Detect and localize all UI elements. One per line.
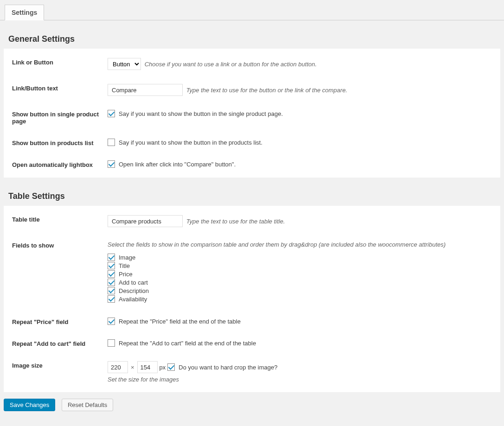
text-show-single: Say if you want to show the button in th… bbox=[119, 110, 283, 117]
reset-button[interactable]: Reset Defaults bbox=[62, 399, 113, 411]
field-label: Title bbox=[119, 262, 130, 269]
field-label: Availability bbox=[119, 296, 147, 303]
label-link-button-text: Link/Button text bbox=[12, 84, 108, 92]
size-sep: × bbox=[131, 364, 134, 371]
text-repeat-cart: Repeat the "Add to cart" field at the en… bbox=[119, 340, 256, 347]
label-table-title: Table title bbox=[12, 215, 108, 223]
desc-table-title: Type the text to use for the table title… bbox=[186, 218, 285, 225]
save-button[interactable]: Save Changes bbox=[4, 399, 55, 411]
checkbox-show-single[interactable] bbox=[108, 110, 115, 117]
checkbox-field-description[interactable] bbox=[108, 287, 115, 294]
desc-image-size: Set the size for the images bbox=[108, 376, 492, 383]
checkbox-field-availability[interactable] bbox=[108, 295, 115, 303]
field-item[interactable]: Title bbox=[108, 262, 492, 269]
field-item[interactable]: Description bbox=[108, 287, 492, 294]
label-fields-to-show: Fields to show bbox=[12, 241, 108, 249]
field-label: Image bbox=[119, 254, 135, 261]
label-repeat-price: Repeat "Price" field bbox=[12, 318, 108, 325]
label-link-or-button: Link or Button bbox=[12, 58, 108, 66]
section-title-general: General Settings bbox=[0, 20, 504, 49]
field-item[interactable]: Availability bbox=[108, 295, 492, 303]
fields-list: Image Title Price Add to cart bbox=[108, 254, 492, 303]
input-image-height[interactable] bbox=[137, 361, 158, 373]
text-hard-crop: Do you want to hard crop the image? bbox=[179, 364, 277, 371]
field-label: Add to cart bbox=[119, 279, 148, 286]
section-general: Link or Button Button Choose if you want… bbox=[4, 49, 500, 178]
label-show-single: Show button in single product page bbox=[12, 110, 108, 125]
field-label: Price bbox=[119, 271, 133, 278]
label-repeat-cart: Repeat "Add to cart" field bbox=[12, 339, 108, 347]
field-item[interactable]: Image bbox=[108, 254, 492, 261]
input-link-button-text[interactable] bbox=[108, 84, 183, 96]
label-show-list: Show button in products list bbox=[12, 139, 108, 146]
checkbox-field-title[interactable] bbox=[108, 262, 115, 269]
checkbox-field-add-to-cart[interactable] bbox=[108, 279, 115, 286]
px-label: px bbox=[159, 364, 166, 371]
field-item[interactable]: Add to cart bbox=[108, 279, 492, 286]
field-label: Description bbox=[119, 287, 149, 294]
label-open-lightbox: Open automatically lightbox bbox=[12, 160, 108, 168]
select-link-or-button[interactable]: Button bbox=[108, 58, 141, 70]
label-image-size: Image size bbox=[12, 361, 108, 369]
input-table-title[interactable] bbox=[108, 215, 183, 227]
tab-bar: Settings bbox=[0, 0, 504, 20]
field-item[interactable]: Price bbox=[108, 270, 492, 278]
checkbox-repeat-cart[interactable] bbox=[108, 339, 115, 347]
checkbox-show-list[interactable] bbox=[108, 139, 115, 146]
desc-link-or-button: Choose if you want to use a link or a bu… bbox=[145, 61, 317, 68]
text-show-list: Say if you want to show the button in th… bbox=[119, 139, 262, 146]
checkbox-repeat-price[interactable] bbox=[108, 318, 115, 325]
tab-settings[interactable]: Settings bbox=[5, 5, 44, 20]
desc-fields-to-show: Select the fields to show in the compari… bbox=[108, 241, 492, 248]
text-repeat-price: Repeat the "Price" field at the end of t… bbox=[119, 318, 241, 325]
section-title-table: Table Settings bbox=[0, 178, 504, 206]
checkbox-field-price[interactable] bbox=[108, 270, 115, 278]
submit-row: Save Changes Reset Defaults bbox=[0, 392, 504, 418]
checkbox-field-image[interactable] bbox=[108, 254, 115, 261]
desc-link-button-text: Type the text to use for the button or t… bbox=[186, 87, 347, 94]
checkbox-open-lightbox[interactable] bbox=[108, 160, 115, 168]
input-image-width[interactable] bbox=[108, 361, 128, 373]
text-open-lightbox: Open link after click into "Compare" but… bbox=[119, 161, 236, 168]
checkbox-hard-crop[interactable] bbox=[167, 363, 175, 371]
section-table: Table title Type the text to use for the… bbox=[4, 206, 500, 392]
